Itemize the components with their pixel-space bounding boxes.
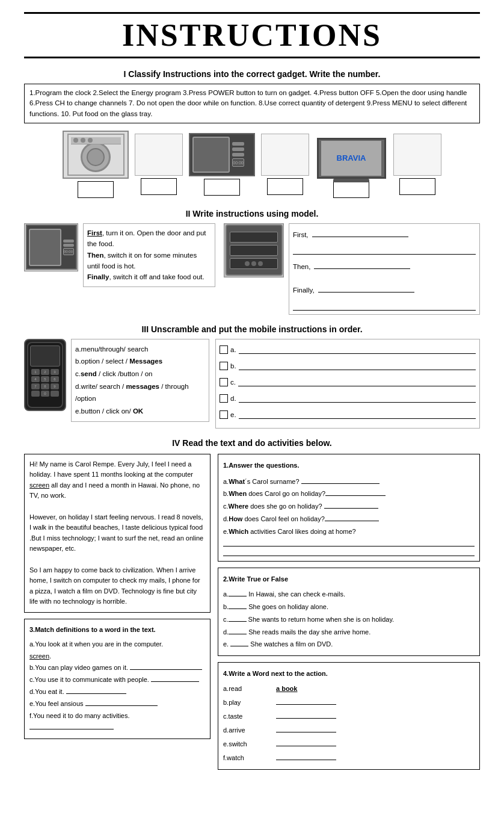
wa-e-blank[interactable] [276,739,336,746]
gadget2-answer[interactable] [141,178,177,195]
section2-content: 00:00 First, turn it on. Open the door a… [24,223,480,315]
qa-blank[interactable] [301,477,380,484]
cb-e-line[interactable] [239,410,476,419]
section3: III Unscramble and put the mobile instru… [24,324,480,429]
first-blank-label: First, [293,228,309,243]
section2-heading: II Write instructions using model. [24,209,480,218]
switch-text: switch [54,577,72,584]
first-extra-line[interactable] [293,246,476,255]
wa-b-blank[interactable] [276,698,336,705]
gadget4-answer[interactable] [267,178,303,195]
finally-blank-line[interactable] [318,284,414,293]
match-title: 3.Match definitions to a word in the tex… [29,624,205,636]
match-d: d.You eat it. [29,686,205,698]
gadget5-answer[interactable] [333,181,369,198]
match-box: 3.Match definitions to a word in the tex… [24,619,211,739]
qc-blank[interactable] [324,501,378,509]
match-d-blank[interactable] [66,687,126,694]
qe-blank2[interactable] [223,549,475,556]
section2-microwave-img: 00:00 [24,223,78,271]
match-f-blank[interactable] [29,722,114,729]
iii-item-c: c.send / click /button / on [75,368,205,380]
wa-e-verb: e.switch [223,738,271,751]
iii-item-a: a.menu/through/ search [75,343,205,356]
cb-b-line[interactable] [239,362,476,370]
match-b-blank[interactable] [130,663,202,670]
phone-img: 1 2 3 4 5 6 7 8 9 0 [24,339,66,411]
section2: II Write instructions using model. 00:00… [24,209,480,315]
tf-b-blank[interactable] [229,602,247,609]
tf-e-blank[interactable] [230,639,248,646]
match-f: f.You need it to do many activities. [29,710,205,722]
qc-where: Where [229,503,249,510]
section2-left: 00:00 First, turn it on. Open the door a… [24,223,215,287]
then-blank-label: Then, [293,259,310,274]
gadget-blank2-img [261,134,309,176]
cb-d[interactable] [220,394,228,403]
wa-a-given: a book [276,685,297,692]
gadget-blank1-img [135,134,183,176]
cb-e-label: e. [230,408,236,422]
section4-heading: IV Read the text and do activities below… [24,438,480,448]
wa-f-blank[interactable] [276,753,336,760]
cb-c[interactable] [220,378,228,386]
qe-blank[interactable] [223,539,475,546]
washing-machine-img [63,131,129,179]
then-blank-line[interactable] [314,261,410,269]
gadget-microwave: 00:00 [189,133,255,196]
wa-b-verb: b.play [223,696,271,709]
wa-c-blank[interactable] [276,711,336,719]
tf-d-blank[interactable] [229,627,247,634]
match-e: e.You feel ansious [29,698,205,710]
match-b: b.You can play video games on it. [29,662,205,674]
gadget-tv: BRAVIA [315,131,387,198]
step3-text: , switch it off and take food out. [109,273,204,280]
gadgets-row: 00:00 BRAVIA [24,131,480,198]
cb-c-label: c. [230,376,236,389]
q-d: d.How does Carol feel on holiday? [223,513,475,525]
wa-d-blank[interactable] [276,725,336,732]
section2-right: First, Then, Finally, [224,223,480,315]
iii-item-b: b.option / select / Messages [75,355,205,368]
gadget6-answer[interactable] [399,178,435,195]
match-c-blank[interactable] [151,675,199,682]
qd-how: How [229,515,242,522]
gadget-blank3-img [393,134,441,176]
qd-blank[interactable] [325,514,379,521]
step1-text: , turn it on. Open the door and put the … [87,229,206,247]
section3-right: a. b. c. d. e. [215,339,480,429]
tf-c-blank[interactable] [229,615,247,622]
finally-extra-line[interactable] [293,302,476,311]
cb-b[interactable] [220,362,228,370]
section4: IV Read the text and do activities below… [24,438,480,770]
qb-blank[interactable] [325,489,386,496]
questions-box: 1.Answer the questions. a.What´s Carol s… [218,454,480,562]
tf-b: b. She goes on holiday alone. [223,601,475,613]
wa-title: 4.Write a Word next to the action. [223,667,475,680]
tf-box: 2.Write True or False a. In Hawai, she c… [218,568,480,656]
then-blank-row: Then, [293,259,476,274]
gadget-blank1 [135,134,183,195]
qa-what: What [229,478,245,485]
cb-e[interactable] [220,410,228,419]
match-e-blank[interactable] [85,699,158,706]
gadget3-answer[interactable] [204,179,240,196]
cb-d-line[interactable] [239,394,476,403]
wa-c-verb: c.taste [223,710,271,723]
first-blank-line1[interactable] [312,229,408,237]
cb-a[interactable] [220,345,228,354]
wa-f-verb: f.watch [223,752,271,764]
checkbox-d: d. [220,392,476,406]
match-a-answer: screen [29,652,49,660]
tf-a-blank[interactable] [229,589,247,596]
cb-c-line[interactable] [238,378,476,386]
gadget-washing-machine [63,131,129,198]
q-a: a.What´s Carol surname? [223,475,475,488]
section4-right: 1.Answer the questions. a.What´s Carol s… [218,454,480,770]
section3-instructions-list: a.menu/through/ search b.option / select… [71,339,209,422]
gadget1-answer[interactable] [78,181,114,198]
section2-model-text: First, turn it on. Open the door and put… [83,223,215,287]
cb-a-line[interactable] [239,345,476,354]
tf-d: d. She reads mails the day she arrive ho… [223,626,475,639]
tf-c: c. She wants to return home when she is … [223,613,475,626]
